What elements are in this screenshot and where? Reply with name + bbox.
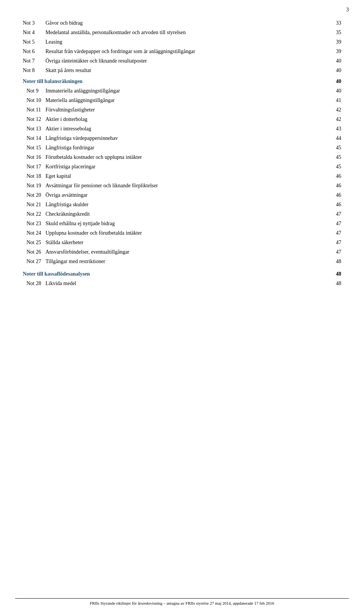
not-label-not7: Not 7: [23, 57, 46, 65]
toc-entry-not28: Not 28 Likvida medel 48: [23, 279, 341, 287]
not-label-not8: Not 8: [23, 66, 46, 74]
page-ref-not9: 40: [330, 87, 341, 95]
page-number: 3: [346, 7, 349, 13]
toc-entry-not7: Not 7 Övriga ränteintäkter och liknande …: [23, 57, 341, 65]
toc-entry-not3: Not 3 Gåvor och bidrag 33: [23, 19, 341, 27]
page-ref-not21: 46: [330, 201, 341, 209]
toc-entry-not5: Not 5 Leasing 39: [23, 38, 341, 46]
not-label-not9: Not 9: [23, 87, 46, 95]
page-ref-not18: 46: [330, 172, 341, 180]
toc-entry-not19: Not 19 Avsättningar för pensioner och li…: [23, 182, 341, 190]
description-not16: Förutbetalda kostnader och upplupna intä…: [46, 153, 142, 161]
not-label-not5: Not 5: [23, 38, 46, 46]
description-not18: Eget kapital: [46, 172, 71, 180]
page-ref-not5: 39: [330, 38, 341, 46]
description-not3: Gåvor och bidrag: [46, 19, 83, 27]
page-ref-not25: 47: [330, 238, 341, 246]
not-label-not22: Not 22: [23, 210, 46, 218]
toc-entry-not21: Not 21 Långfristiga skulder 46: [23, 201, 341, 209]
not-label-not6: Not 6: [23, 47, 46, 55]
description-not12: Aktier i dotterbolag: [46, 115, 87, 123]
not-label-not21: Not 21: [23, 201, 46, 209]
toc-entry-not14: Not 14 Långfristiga värdepappersinnehav …: [23, 134, 341, 142]
not-label-not15: Not 15: [23, 144, 46, 152]
page-ref-not11: 42: [330, 106, 341, 114]
section-kassaflode-page: 48: [330, 270, 341, 278]
description-not8: Skatt på årets resultat: [46, 66, 91, 74]
page-ref-not19: 46: [330, 182, 341, 190]
toc-entry-not9: Not 9 Immateriella anläggningstillgångar…: [23, 87, 341, 95]
toc-entry-not27: Not 27 Tillgångar med restriktioner 48: [23, 257, 341, 265]
not-label-not3: Not 3: [23, 19, 46, 27]
section-balans-label: Noter till balansräkningen: [23, 77, 83, 85]
page-ref-not20: 46: [330, 191, 341, 199]
toc-entry-not18: Not 18 Eget kapital 46: [23, 172, 341, 180]
toc-entry-not20: Not 20 Övriga avsättningar 46: [23, 191, 341, 199]
toc-entry-not22: Not 22 Checkräkningskredit 47: [23, 210, 341, 218]
description-not13: Aktier i intressebolag: [46, 125, 91, 133]
description-not11: Förvaltningsfastigheter: [46, 106, 95, 114]
page-ref-not12: 42: [330, 115, 341, 123]
description-not27: Tillgångar med restriktioner: [46, 257, 105, 265]
page-ref-not26: 47: [330, 248, 341, 256]
section-header-balans: Noter till balansräkningen 40: [23, 77, 341, 85]
not-label-not18: Not 18: [23, 172, 46, 180]
not-label-not10: Not 10: [23, 96, 46, 104]
toc-entry-not4: Not 4 Medelantal anställda, personalkost…: [23, 28, 341, 36]
toc-entry-not6: Not 6 Resultat från värdepapper och ford…: [23, 47, 341, 55]
section-balans-page: 40: [330, 77, 341, 85]
not-label-not25: Not 25: [23, 238, 46, 246]
description-not15: Långfristiga fordringar: [46, 144, 94, 152]
page-ref-not7: 40: [330, 57, 341, 65]
toc-entry-not24: Not 24 Upplupna kostnader och förutbetal…: [23, 229, 341, 237]
description-not19: Avsättningar för pensioner och liknande …: [46, 182, 158, 190]
not-label-not23: Not 23: [23, 219, 46, 227]
not-label-not14: Not 14: [23, 134, 46, 142]
description-not5: Leasing: [46, 38, 62, 46]
description-not7: Övriga ränteintäkter och liknande result…: [46, 57, 147, 65]
page-ref-not13: 43: [330, 125, 341, 133]
not-label-not26: Not 26: [23, 248, 46, 256]
description-not21: Långfristiga skulder: [46, 201, 88, 209]
page-ref-not22: 47: [330, 210, 341, 218]
description-not14: Långfristiga värdepappersinnehav: [46, 134, 118, 142]
page-ref-not17: 45: [330, 163, 341, 171]
toc-entry-not16: Not 16 Förutbetalda kostnader och upplup…: [23, 153, 341, 161]
page-ref-not6: 39: [330, 47, 341, 55]
description-not20: Övriga avsättningar: [46, 191, 88, 199]
page-ref-not27: 48: [330, 257, 341, 265]
toc-entry-not13: Not 13 Aktier i intressebolag 43: [23, 125, 341, 133]
not-label-not17: Not 17: [23, 163, 46, 171]
description-not25: Ställda säkerheter: [46, 238, 83, 246]
description-not10: Materiella anläggningstillgångar: [46, 96, 115, 104]
description-not22: Checkräkningskredit: [46, 210, 90, 218]
description-not6: Resultat från värdepapper och fordringar…: [46, 47, 195, 55]
page-ref-not14: 44: [330, 134, 341, 142]
toc-entry-not15: Not 15 Långfristiga fordringar 45: [23, 144, 341, 152]
toc-entry-not8: Not 8 Skatt på årets resultat 40: [23, 66, 341, 74]
not-label-not28: Not 28: [23, 279, 46, 287]
description-not17: Kortfristiga placeringar: [46, 163, 96, 171]
toc-entry-not25: Not 25 Ställda säkerheter 47: [23, 238, 341, 246]
not-label-not4: Not 4: [23, 28, 46, 36]
page-ref-not23: 47: [330, 219, 341, 227]
toc-entry-not11: Not 11 Förvaltningsfastigheter 42: [23, 106, 341, 114]
page-ref-not10: 41: [330, 96, 341, 104]
description-not24: Upplupna kostnader och förutbetalda intä…: [46, 229, 142, 237]
toc-entry-not23: Not 23 Skuld erhållna ej nyttjade bidrag…: [23, 219, 341, 227]
toc-entry-not12: Not 12 Aktier i dotterbolag 42: [23, 115, 341, 123]
section-kassaflode-label: Noter till kassaflödesanalysen: [23, 270, 90, 278]
description-not28: Likvida medel: [46, 279, 76, 287]
section-header-kassaflode: Noter till kassaflödesanalysen 48: [23, 270, 341, 278]
page-ref-not4: 35: [330, 28, 341, 36]
toc-entry-not10: Not 10 Materiella anläggningstillgångar …: [23, 96, 341, 104]
toc-entry-not26: Not 26 Ansvarsförbindelser, eventualtill…: [23, 248, 341, 256]
not-label-not16: Not 16: [23, 153, 46, 161]
page-ref-not16: 45: [330, 153, 341, 161]
description-not9: Immateriella anläggningstillgångar: [46, 87, 120, 95]
toc-entry-not17: Not 17 Kortfristiga placeringar 45: [23, 163, 341, 171]
footer-text: FRIIs Styrande riktlinjer för årsredovis…: [15, 598, 349, 605]
page-ref-not28: 48: [330, 279, 341, 287]
not-label-not19: Not 19: [23, 182, 46, 190]
not-label-not11: Not 11: [23, 106, 46, 114]
